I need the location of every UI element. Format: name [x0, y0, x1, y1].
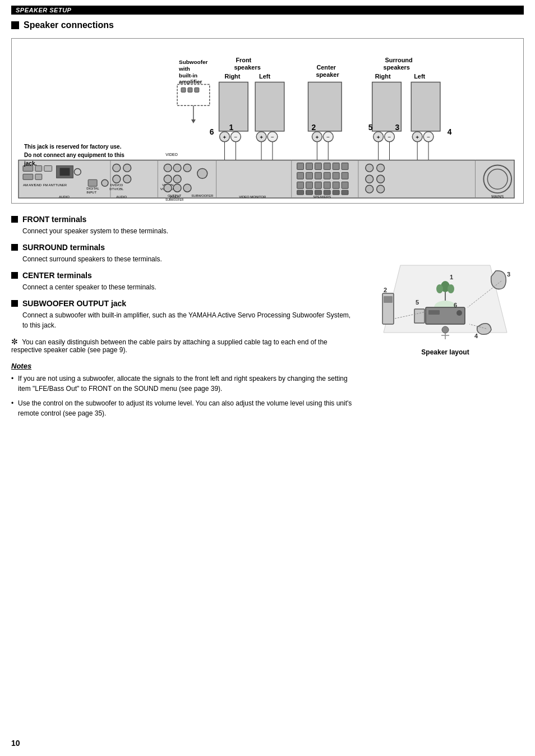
svg-rect-128: [342, 190, 348, 195]
svg-text:2: 2: [311, 123, 316, 132]
svg-rect-152: [426, 307, 465, 324]
svg-text:VIDEO: VIDEO: [169, 195, 180, 199]
center-heading-icon: [11, 272, 18, 279]
surround-terminals-text: Connect surround speakers to these termi…: [22, 254, 356, 264]
right-content: 1 6: [367, 215, 524, 423]
surround-heading-icon: [11, 244, 18, 251]
svg-point-95: [173, 175, 181, 183]
notes-section: Notes If you are not using a subwoofer, …: [11, 362, 356, 418]
svg-rect-107: [315, 163, 321, 169]
svg-point-13: [230, 132, 241, 142]
subwoofer-text: Connect a subwoofer with built-in amplif…: [22, 310, 356, 330]
svg-point-19: [312, 132, 322, 142]
svg-point-17: [268, 132, 278, 142]
svg-point-142: [377, 185, 385, 193]
svg-rect-118: [306, 182, 313, 188]
svg-point-92: [183, 164, 191, 172]
svg-text:OUTPUT: OUTPUT: [168, 194, 182, 197]
svg-point-23: [373, 132, 384, 142]
svg-text:VIDEO: VIDEO: [165, 153, 178, 156]
svg-text:with: with: [178, 66, 190, 72]
svg-point-15: [256, 132, 266, 142]
svg-rect-114: [324, 172, 330, 179]
svg-rect-4: [411, 82, 440, 131]
svg-text:Left: Left: [259, 73, 270, 80]
svg-marker-10: [191, 119, 196, 123]
surround-terminals-title: SURROUND terminals: [22, 243, 105, 252]
front-terminals-heading: FRONT terminals: [11, 215, 356, 224]
svg-text:+: +: [223, 134, 227, 140]
svg-text:Right: Right: [375, 73, 391, 80]
svg-rect-111: [297, 172, 304, 179]
subwoofer-section: SUBWOOFER OUTPUT jack Connect a subwoofe…: [11, 299, 356, 330]
svg-rect-113: [315, 172, 321, 179]
svg-text:3: 3: [395, 123, 399, 132]
svg-point-140: [377, 175, 385, 183]
svg-rect-119: [315, 182, 321, 188]
svg-point-139: [366, 175, 373, 183]
svg-text:VCR OUT: VCR OUT: [160, 187, 176, 191]
svg-point-150: [436, 284, 443, 293]
svg-rect-86: [88, 179, 97, 186]
subwoofer-heading-icon: [11, 300, 18, 307]
left-content: FRONT terminals Connect your speaker sys…: [11, 215, 356, 423]
svg-text:3: 3: [507, 271, 510, 278]
tip-icon: ✼: [11, 337, 18, 346]
svg-text:1: 1: [229, 123, 233, 132]
svg-text:5: 5: [416, 299, 419, 306]
factory-note: This jack is reserved for factory use. D…: [24, 142, 125, 168]
svg-point-141: [366, 185, 373, 193]
svg-text:4: 4: [448, 127, 452, 136]
svg-rect-105: [297, 163, 304, 169]
svg-text:DVD/CD: DVD/CD: [110, 183, 123, 187]
svg-point-21: [323, 132, 333, 142]
svg-rect-153: [428, 310, 440, 315]
svg-text:4: 4: [474, 333, 478, 339]
svg-text:speakers: speakers: [234, 64, 260, 71]
svg-text:1: 1: [450, 274, 453, 280]
front-terminals-text: Connect your speaker system to these ter…: [22, 226, 356, 236]
notes-list: If you are not using a subwoofer, alloca…: [11, 374, 356, 418]
tip-note-text: You can easily distinguish between the c…: [11, 338, 328, 354]
svg-rect-120: [324, 182, 330, 188]
tip-note-section: ✼ You can easily distinguish between the…: [11, 337, 356, 354]
surround-terminals-section: SURROUND terminals Connect surround spea…: [11, 243, 356, 264]
svg-text:Right: Right: [225, 73, 241, 80]
svg-rect-117: [297, 182, 304, 188]
svg-point-83: [113, 175, 121, 183]
svg-rect-110: [342, 163, 348, 169]
subwoofer-title: SUBWOOFER OUTPUT jack: [22, 299, 126, 308]
svg-text:Left: Left: [414, 73, 425, 80]
svg-text:AUDIO: AUDIO: [59, 195, 70, 199]
svg-text:INPUT: INPUT: [86, 191, 96, 194]
svg-point-154: [456, 310, 462, 316]
note-item-2: Use the control on the subwoofer to adju…: [11, 398, 356, 418]
speaker-diagram: + − + − + − + − + −: [11, 38, 524, 204]
svg-rect-7: [188, 87, 192, 92]
svg-text:−: −: [388, 134, 391, 140]
subwoofer-heading: SUBWOOFER OUTPUT jack: [11, 299, 356, 308]
svg-point-161: [442, 326, 449, 333]
center-terminals-text: Connect a center speaker to these termin…: [22, 282, 356, 292]
section-title: Speaker connections: [11, 20, 524, 30]
page-container: SPEAKER SETUP Speaker connections: [0, 0, 535, 756]
svg-point-27: [412, 132, 422, 142]
svg-text:6: 6: [454, 302, 457, 308]
speaker-layout-diagram: 1 6: [367, 220, 524, 344]
svg-rect-124: [306, 190, 313, 195]
svg-text:speakers: speakers: [384, 64, 410, 71]
svg-text:SUBWOOFER: SUBWOOFER: [191, 194, 214, 197]
svg-text:GND: GND: [34, 183, 41, 187]
center-terminals-title: CENTER terminals: [22, 271, 92, 280]
svg-text:Center: Center: [316, 64, 336, 71]
svg-text:AM ANT: AM ANT: [23, 183, 35, 187]
center-terminals-heading: CENTER terminals: [11, 271, 356, 280]
svg-text:+: +: [315, 134, 319, 140]
svg-text:VIDEO MONITOR: VIDEO MONITOR: [239, 195, 266, 199]
svg-point-135: [487, 169, 508, 189]
svg-text:Front: Front: [236, 57, 251, 63]
svg-point-151: [448, 284, 454, 293]
svg-text:VCR IN: VCR IN: [162, 183, 173, 187]
svg-text:+: +: [260, 134, 263, 140]
svg-point-84: [123, 175, 131, 183]
